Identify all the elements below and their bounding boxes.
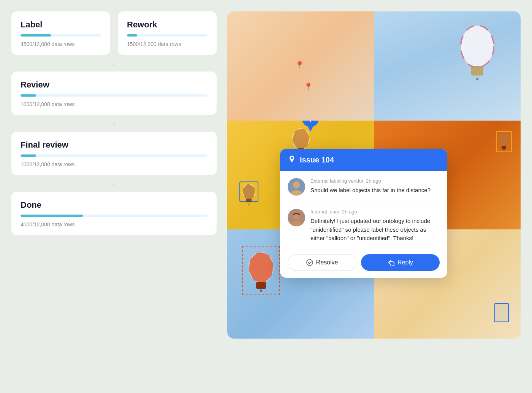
arrow-3: ↓ — [11, 175, 217, 192]
image-cell-2 — [374, 11, 521, 121]
bbox-orange — [496, 131, 512, 152]
done-progress-bg — [21, 215, 207, 217]
svg-point-27 — [260, 290, 262, 292]
resolve-button[interactable]: Resolve — [288, 254, 356, 271]
svg-point-21 — [503, 149, 505, 151]
balloon-svg-2 — [239, 181, 259, 208]
avatar-female — [288, 209, 305, 226]
comment-1-content: External labeling vendor, 2h ago Should … — [310, 178, 440, 196]
balloon-svg-1 — [454, 22, 500, 83]
comment-2: Internal team, 2h ago Definitely! I just… — [288, 202, 440, 249]
svg-point-6 — [476, 78, 479, 80]
comment-1-text: Should we label objects this far in the … — [310, 186, 440, 195]
final-review-progress-fill — [21, 154, 36, 157]
final-review-card-title: Final review — [21, 140, 207, 150]
main-container: Label 4500/12,000 data rows Rework 1500/… — [0, 0, 532, 393]
top-row-cards: Label 4500/12,000 data rows Rework 1500/… — [11, 11, 217, 55]
review-card-subtitle: 1000/12,000 data rows — [21, 101, 207, 107]
issue-marker-svg: ! — [301, 121, 320, 134]
label-progress-fill — [21, 34, 51, 37]
svg-point-11 — [248, 204, 250, 205]
arrow-1: ↓ — [11, 55, 217, 72]
review-progress-bg — [21, 94, 207, 97]
balloon-svg-5 — [243, 247, 279, 294]
review-card-title: Review — [21, 80, 207, 90]
issue-actions: Resolve Reply — [280, 249, 447, 278]
issue-title: Issue 104 — [300, 156, 334, 164]
svg-rect-20 — [502, 146, 506, 149]
rework-card: Rework 1500/12,000 data rows — [118, 11, 217, 55]
comment-1: External labeling vendor, 2h ago Should … — [288, 171, 440, 202]
done-progress-fill — [21, 215, 83, 217]
rework-card-title: Rework — [127, 20, 207, 30]
review-progress-fill — [21, 94, 36, 97]
label-card-subtitle: 4500/12,000 data rows — [21, 41, 101, 47]
label-progress-bg — [21, 34, 101, 37]
image-cell-1: 📍 📍 — [227, 11, 374, 121]
issue-popup-header: Issue 104 — [280, 149, 447, 171]
final-review-progress-bg — [21, 154, 207, 157]
reply-button[interactable]: Reply — [361, 254, 440, 271]
svg-point-19 — [499, 133, 509, 146]
svg-rect-10 — [246, 199, 252, 202]
svg-point-28 — [291, 157, 293, 159]
rework-card-subtitle: 1500/12,000 data rows — [127, 41, 207, 47]
rework-progress-fill — [127, 34, 137, 37]
avatar-male — [288, 178, 305, 196]
label-card-title: Label — [21, 20, 101, 30]
svg-text:!: ! — [309, 121, 312, 124]
bbox-dashed-1 — [242, 246, 280, 295]
svg-rect-2 — [471, 66, 483, 75]
svg-point-35 — [307, 259, 313, 266]
svg-point-30 — [293, 181, 300, 188]
issue-marker[interactable]: ! — [301, 121, 320, 136]
done-card-title: Done — [21, 200, 207, 210]
label-card: Label 4500/12,000 data rows — [11, 11, 110, 55]
final-review-card-subtitle: 1000/12,000 data rows — [21, 161, 207, 167]
arrow-2: ↓ — [11, 115, 217, 132]
balloon-svg-4 — [497, 132, 511, 151]
bbox-blue-1 — [494, 303, 509, 322]
done-card: Done 4000/12,000 data rows — [11, 192, 217, 235]
resolve-icon — [306, 259, 313, 266]
right-panel: 📍 📍 — [227, 11, 521, 339]
issue-location-icon — [288, 155, 296, 165]
svg-marker-18 — [307, 126, 314, 132]
comment-1-meta: External labeling vendor, 2h ago — [310, 178, 440, 184]
review-card: Review 1000/12,000 data rows — [11, 72, 217, 115]
reply-icon — [388, 259, 394, 266]
pin-marker-2: 📍 — [304, 82, 313, 91]
issue-popup: Issue 104 External labeling vendor, 2 — [280, 149, 447, 278]
left-panel: Label 4500/12,000 data rows Rework 1500/… — [11, 11, 217, 235]
issue-popup-body: External labeling vendor, 2h ago Should … — [280, 171, 447, 249]
comment-2-content: Internal team, 2h ago Definitely! I just… — [310, 209, 440, 243]
rework-progress-bg — [127, 34, 207, 37]
done-card-subtitle: 4000/12,000 data rows — [21, 221, 207, 228]
comment-2-meta: Internal team, 2h ago — [310, 209, 440, 215]
final-review-card: Final review 1000/12,000 data rows — [11, 132, 217, 175]
pin-marker-1: 📍 — [295, 60, 304, 70]
comment-2-text: Definitely! I just updated our ontology … — [310, 217, 440, 243]
